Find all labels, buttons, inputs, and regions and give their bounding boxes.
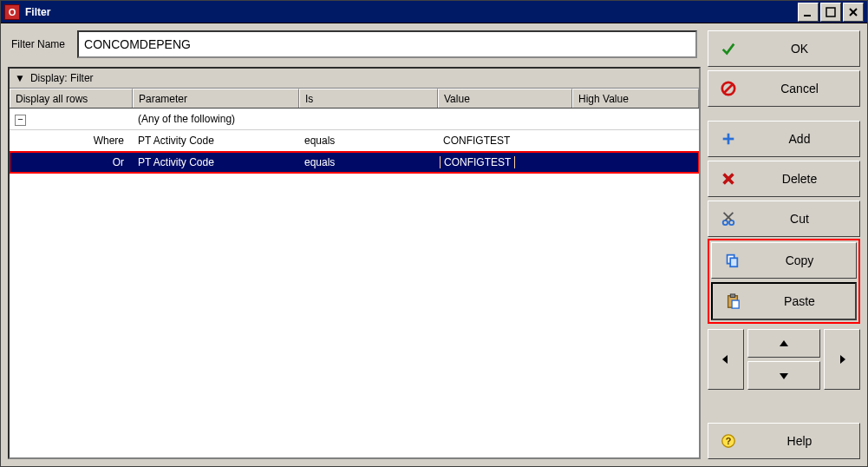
- ok-button[interactable]: OK: [708, 30, 860, 67]
- svg-rect-15: [730, 258, 737, 266]
- group-expand-cell: −: [10, 113, 133, 126]
- collapse-icon[interactable]: −: [15, 115, 26, 126]
- group-row[interactable]: − (Any of the following): [10, 109, 699, 130]
- filter-name-input[interactable]: [77, 30, 697, 58]
- filter-grid: ▼ Display: Filter Display all rows Param…: [8, 67, 701, 459]
- help-icon: ?: [717, 433, 740, 449]
- group-label: (Any of the following): [133, 113, 699, 125]
- cancel-label: Cancel: [740, 82, 859, 95]
- svg-marker-21: [780, 373, 788, 379]
- col-display-all-rows[interactable]: Display all rows: [10, 89, 133, 108]
- plus-icon: [717, 131, 740, 147]
- row-is: equals: [299, 156, 438, 168]
- maximize-button[interactable]: [820, 3, 841, 22]
- delete-icon: [717, 171, 740, 187]
- copy-icon: [721, 253, 743, 268]
- add-label: Add: [740, 132, 859, 146]
- grid-header-row: Display all rows Parameter Is Value High…: [10, 89, 699, 109]
- minimize-button[interactable]: [798, 3, 819, 22]
- svg-line-13: [724, 213, 732, 220]
- display-section-header[interactable]: ▼ Display: Filter: [10, 69, 699, 89]
- copy-button[interactable]: Copy: [711, 242, 857, 279]
- spacer: [708, 110, 860, 117]
- paste-label: Paste: [744, 294, 855, 308]
- svg-marker-20: [780, 340, 788, 346]
- filter-row-selected[interactable]: Or PT Activity Code equals CONFIGTEST: [10, 152, 699, 173]
- svg-marker-22: [840, 355, 845, 364]
- delete-button[interactable]: Delete: [708, 161, 860, 197]
- svg-rect-0: [804, 15, 811, 16]
- svg-line-12: [725, 213, 733, 220]
- row-value: CONFIGTEST: [438, 156, 572, 168]
- copy-paste-highlight: Copy Paste: [708, 239, 860, 324]
- help-button[interactable]: ? Help: [708, 423, 860, 459]
- titlebar: O Filter: [1, 1, 867, 23]
- svg-rect-17: [730, 294, 734, 298]
- nav-group: [708, 329, 860, 390]
- col-parameter[interactable]: Parameter: [133, 89, 299, 108]
- app-icon: O: [4, 4, 20, 20]
- col-value[interactable]: Value: [438, 89, 572, 108]
- cancel-icon: [717, 81, 740, 96]
- nav-right-button[interactable]: [824, 329, 860, 390]
- svg-marker-19: [722, 355, 728, 364]
- add-button[interactable]: Add: [708, 121, 860, 157]
- row-parameter: PT Activity Code: [133, 156, 299, 168]
- filter-name-label: Filter Name: [11, 38, 65, 50]
- filter-row[interactable]: Where PT Activity Code equals CONFIGTEST: [10, 130, 699, 152]
- scissors-icon: [717, 211, 740, 227]
- row-op: Or: [10, 156, 133, 168]
- button-panel: OK Cancel Add Delete Cut: [708, 30, 860, 459]
- cut-button[interactable]: Cut: [708, 201, 860, 237]
- row-value-input[interactable]: CONFIGTEST: [440, 156, 515, 168]
- row-parameter: PT Activity Code: [133, 135, 299, 147]
- content-area: Filter Name ▼ Display: Filter Display al…: [1, 23, 867, 466]
- spacer: [708, 393, 860, 419]
- display-section-label: Display: Filter: [30, 72, 94, 84]
- cancel-button[interactable]: Cancel: [708, 70, 860, 107]
- row-is: equals: [299, 135, 438, 147]
- col-high-value[interactable]: High Value: [572, 89, 699, 108]
- ok-label: OK: [740, 42, 859, 56]
- svg-text:?: ?: [726, 436, 732, 446]
- copy-label: Copy: [743, 253, 856, 267]
- nav-up-button[interactable]: [747, 329, 820, 358]
- svg-point-11: [729, 220, 734, 225]
- col-is[interactable]: Is: [299, 89, 438, 108]
- svg-rect-18: [732, 300, 739, 308]
- paste-button[interactable]: Paste: [711, 282, 857, 320]
- nav-center: [747, 329, 820, 390]
- cut-label: Cut: [740, 212, 859, 226]
- grid-body: − (Any of the following) Where PT Activi…: [10, 109, 699, 457]
- svg-point-10: [723, 220, 728, 225]
- window-title: Filter: [25, 6, 798, 18]
- row-value: CONFIGTEST: [438, 135, 572, 147]
- chevron-down-icon: ▼: [15, 72, 25, 84]
- app-icon-letter: O: [9, 7, 16, 17]
- row-op: Where: [10, 135, 133, 147]
- svg-rect-1: [826, 8, 835, 16]
- close-button[interactable]: [843, 3, 864, 22]
- window-controls: [798, 3, 864, 22]
- nav-left-button[interactable]: [708, 329, 744, 390]
- check-icon: [717, 41, 740, 56]
- nav-down-button[interactable]: [747, 361, 820, 390]
- filter-dialog: O Filter Filter Name ▼ Display: Filter D…: [0, 0, 868, 467]
- svg-line-5: [725, 85, 733, 93]
- delete-label: Delete: [740, 172, 859, 186]
- left-panel: Filter Name ▼ Display: Filter Display al…: [8, 30, 701, 459]
- paste-icon: [721, 293, 744, 309]
- filter-name-row: Filter Name: [11, 30, 697, 58]
- help-label: Help: [740, 434, 859, 448]
